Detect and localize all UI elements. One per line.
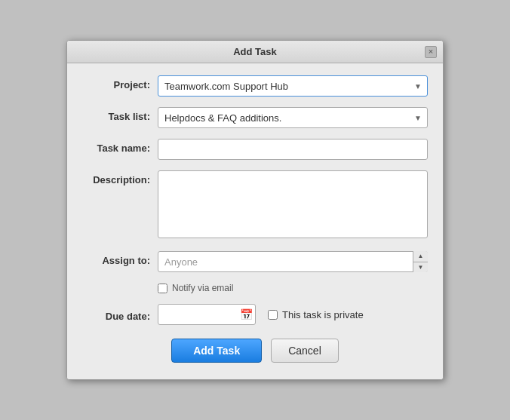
description-input-wrapper — [158, 170, 428, 241]
description-label: Description: — [82, 170, 158, 185]
project-label: Project: — [82, 75, 158, 90]
button-row: Add Task Cancel — [82, 339, 428, 367]
notify-checkbox[interactable] — [158, 284, 167, 293]
description-row: Description: — [82, 170, 428, 241]
assign-to-label: Assign to: — [82, 251, 158, 266]
private-label: This task is private — [282, 309, 364, 320]
task-name-input[interactable] — [158, 139, 428, 160]
task-name-label: Task name: — [82, 139, 158, 154]
notify-row: Notify via email — [82, 283, 428, 293]
task-list-row: Task list: Helpdocs & FAQ additions. ▼ — [82, 107, 428, 128]
task-list-label: Task list: — [82, 107, 158, 122]
project-select-wrapper: Teamwork.com Support Hub ▼ — [158, 75, 428, 97]
add-task-button[interactable]: Add Task — [171, 339, 262, 363]
private-wrapper: This task is private — [268, 309, 364, 320]
private-checkbox[interactable] — [268, 310, 278, 320]
cancel-button[interactable]: Cancel — [271, 339, 339, 363]
add-task-dialog: Add Task × Project: Teamwork.com Support… — [66, 40, 444, 380]
assign-to-row: Assign to: Anyone ▲ ▼ — [82, 251, 428, 272]
assign-to-wrapper: Anyone ▲ ▼ — [158, 251, 428, 272]
dialog-title: Add Task — [233, 46, 277, 57]
due-date-label: Due date: — [82, 307, 158, 322]
dialog-body: Project: Teamwork.com Support Hub ▼ Task… — [67, 63, 443, 379]
task-name-input-wrapper — [158, 139, 428, 160]
due-date-row: Due date: 📅 This task is private — [82, 304, 428, 325]
calendar-icon[interactable]: 📅 — [240, 308, 253, 320]
assign-to-select[interactable]: Anyone — [158, 251, 428, 272]
dialog-titlebar: Add Task × — [67, 41, 443, 63]
task-list-select[interactable]: Helpdocs & FAQ additions. — [158, 107, 428, 128]
task-name-row: Task name: — [82, 139, 428, 160]
close-button[interactable]: × — [425, 46, 437, 58]
description-textarea[interactable] — [158, 170, 428, 238]
task-list-select-wrapper: Helpdocs & FAQ additions. ▼ — [158, 107, 428, 128]
notify-label: Notify via email — [172, 283, 233, 293]
due-date-input-wrapper: 📅 — [158, 304, 256, 325]
project-select[interactable]: Teamwork.com Support Hub — [158, 75, 428, 97]
assign-spinner: ▲ ▼ — [413, 251, 428, 272]
project-row: Project: Teamwork.com Support Hub ▼ — [82, 75, 428, 97]
assign-spin-up-button[interactable]: ▲ — [413, 251, 428, 262]
assign-spin-down-button[interactable]: ▼ — [413, 262, 428, 273]
